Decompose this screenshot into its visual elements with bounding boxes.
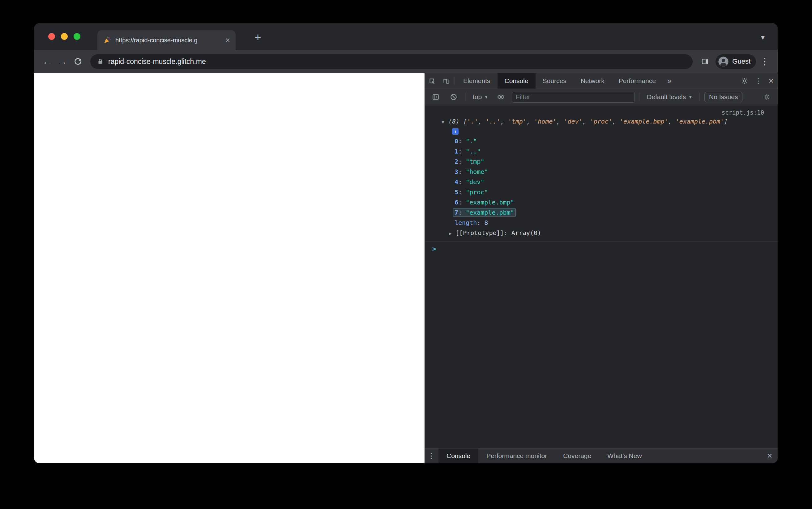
profile-label: Guest [732, 58, 750, 66]
source-line: script.js:10 [425, 107, 778, 116]
browser-menu-kebab-icon[interactable]: ⋮ [758, 55, 772, 68]
chevron-down-icon: ▼ [484, 95, 488, 99]
desktop-background: https://rapid-concise-muscle.g × + ▾ ← → [0, 0, 812, 509]
tab-close-icon[interactable]: × [225, 36, 230, 44]
devtools-tabbar: ElementsConsoleSourcesNetworkPerformance… [425, 73, 778, 89]
array-item-row: 6: "example.bmp" [425, 197, 778, 208]
drawer-tab-console[interactable]: Console [438, 448, 478, 463]
info-icon[interactable]: i [452, 128, 459, 135]
array-item-row: 3: "home" [425, 167, 778, 177]
prototype-label: [[Prototype]] [456, 229, 504, 237]
context-selector[interactable]: top ▼ [471, 93, 490, 101]
devtools-settings-gear-icon[interactable] [738, 73, 752, 89]
tab-title: https://rapid-concise-muscle.g [115, 37, 221, 44]
devtools-tab-network[interactable]: Network [573, 73, 612, 89]
profile-chip[interactable]: Guest [716, 54, 756, 69]
chevron-down-icon: ▼ [688, 95, 692, 99]
filter-input[interactable] [512, 92, 635, 103]
array-item-row: 1: ".." [425, 146, 778, 157]
array-item-row: 4: "dev" [425, 177, 778, 187]
devtools-tab-sources[interactable]: Sources [536, 73, 573, 89]
divider [455, 77, 455, 85]
avatar [718, 56, 729, 67]
devtools-menu-kebab-icon[interactable]: ⋮ [752, 73, 765, 89]
array-preview-text: (8) ['.', '..', 'tmp', 'home', 'dev', 'p… [448, 118, 727, 125]
prompt-chevron-icon: > [432, 245, 436, 252]
window-controls [48, 33, 81, 40]
length-value: 8 [484, 219, 488, 227]
context-label: top [473, 93, 482, 101]
divider [699, 93, 699, 101]
divider [640, 93, 640, 101]
back-button[interactable]: ← [40, 55, 54, 68]
log-levels-selector[interactable]: Default levels ▼ [645, 93, 694, 101]
more-tabs-icon[interactable]: » [663, 73, 676, 89]
page-content[interactable] [34, 73, 425, 463]
console-settings-gear-icon[interactable] [760, 93, 774, 101]
evaluated-info-row: i [425, 126, 778, 136]
clear-console-icon[interactable] [446, 93, 461, 101]
array-expander-caret-icon[interactable]: ▼ [442, 117, 444, 127]
prototype-row: ▶[[Prototype]]: Array(0) [425, 228, 778, 239]
side-panel-icon[interactable] [698, 55, 712, 68]
length-label: length [455, 219, 477, 227]
divider [466, 93, 466, 101]
array-item-row: 7: "example.pbm" [425, 208, 778, 218]
drawer-menu-kebab-icon[interactable]: ⋮ [425, 448, 438, 463]
url-text: rapid-concise-muscle.glitch.me [108, 58, 206, 66]
devtools-close-icon[interactable]: × [765, 73, 778, 89]
devtools-drawer: ⋮ ConsolePerformance monitorCoverageWhat… [425, 448, 778, 463]
window-zoom-button[interactable] [73, 33, 81, 40]
browser-window: https://rapid-concise-muscle.g × + ▾ ← → [34, 23, 778, 463]
drawer-close-icon[interactable]: × [761, 448, 778, 463]
drawer-tab-performance-monitor[interactable]: Performance monitor [478, 448, 555, 463]
array-items: 0: "."1: ".."2: "tmp"3: "home"4: "dev"5:… [425, 136, 778, 218]
window-close-button[interactable] [48, 33, 55, 40]
tab-search-chevron-icon[interactable]: ▾ [757, 31, 769, 43]
navigation-toolbar: ← → rapid-concise-muscle.glitch.me [34, 50, 778, 73]
lock-icon[interactable] [97, 58, 103, 65]
array-item-row: 5: "proc" [425, 187, 778, 197]
reload-button[interactable] [71, 55, 85, 68]
tab-strip: https://rapid-concise-muscle.g × + ▾ [34, 23, 778, 50]
console-message: script.js:10 ▼ (8) ['.', '..', 'tmp', 'h… [425, 105, 778, 241]
console-prompt[interactable]: > [425, 241, 778, 257]
console-toolbar: top ▼ Default levels ▼ [425, 89, 778, 105]
forward-button[interactable]: → [56, 55, 69, 68]
devtools-panel: ElementsConsoleSourcesNetworkPerformance… [425, 73, 778, 463]
array-item-row: 2: "tmp" [425, 157, 778, 167]
array-preview-row: ▼ (8) ['.', '..', 'tmp', 'home', 'dev', … [425, 116, 778, 126]
prototype-expander-caret-icon[interactable]: ▶ [449, 231, 452, 236]
party-popper-favicon-icon [103, 36, 111, 44]
log-levels-label: Default levels [647, 93, 686, 101]
issues-badge[interactable]: No Issues [705, 92, 743, 102]
drawer-tab-what-s-new[interactable]: What's New [599, 448, 650, 463]
browser-tab[interactable]: https://rapid-concise-muscle.g × [97, 30, 236, 50]
prototype-value: Array(0) [511, 229, 541, 237]
window-minimize-button[interactable] [61, 33, 68, 40]
inspect-element-icon[interactable] [425, 73, 439, 89]
devtools-tab-list: ElementsConsoleSourcesNetworkPerformance [456, 73, 663, 89]
drawer-tab-coverage[interactable]: Coverage [555, 448, 599, 463]
console-sidebar-icon[interactable] [429, 93, 443, 101]
device-toolbar-icon[interactable] [439, 73, 453, 89]
address-bar[interactable]: rapid-concise-muscle.glitch.me [90, 54, 693, 69]
live-expression-eye-icon[interactable] [494, 93, 508, 101]
devtools-tab-elements[interactable]: Elements [456, 73, 498, 89]
devtools-tab-performance[interactable]: Performance [612, 73, 663, 89]
window-content: ElementsConsoleSourcesNetworkPerformance… [34, 73, 778, 463]
console-messages: script.js:10 ▼ (8) ['.', '..', 'tmp', 'h… [425, 105, 778, 448]
array-item-row: 0: "." [425, 136, 778, 146]
drawer-tab-list: ConsolePerformance monitorCoverageWhat's… [438, 448, 650, 463]
length-row: length: 8 [425, 218, 778, 228]
devtools-tab-console[interactable]: Console [498, 73, 536, 89]
source-link[interactable]: script.js:10 [722, 109, 764, 116]
new-tab-button[interactable]: + [250, 30, 265, 45]
